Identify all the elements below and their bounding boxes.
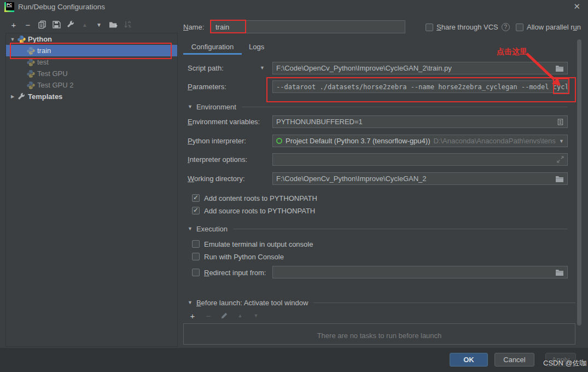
checkbox-label: Run with Python Console <box>204 253 284 261</box>
ok-button[interactable]: OK <box>450 353 488 367</box>
python-icon <box>26 47 35 55</box>
before-launch-toolbar: + − ▲ ▼ <box>188 311 260 320</box>
expanded-arrow-icon[interactable]: ▼ <box>9 37 16 42</box>
configurations-tree: ▼ Python train test Test GPU Test GPU 2 … <box>5 33 178 347</box>
task-up-icon[interactable]: ▲ <box>236 311 244 320</box>
remove-task-button[interactable]: − <box>204 311 213 320</box>
working-directory-label: Working directory: <box>188 175 245 183</box>
copy-configuration-icon[interactable] <box>38 20 46 29</box>
tree-group-templates[interactable]: ▶ Templates <box>6 91 177 102</box>
checkbox[interactable] <box>192 253 200 260</box>
execution-section-header[interactable]: ▼ Execution <box>188 225 568 233</box>
python-interpreter-select[interactable]: Project Default (Python 3.7 (tensorflow-… <box>272 135 568 147</box>
tree-item-label: test <box>37 58 49 66</box>
expand-options-icon[interactable] <box>557 156 564 163</box>
wrench-icon <box>17 92 26 101</box>
checkbox[interactable] <box>192 240 200 248</box>
window-title: Run/Debug Configurations <box>18 3 105 11</box>
edit-task-pencil-icon[interactable] <box>220 311 229 320</box>
section-expanded-icon[interactable]: ▼ <box>188 226 193 231</box>
sort-configurations-icon[interactable] <box>123 20 132 29</box>
tree-item-label: Python <box>28 35 52 43</box>
allow-parallel-label: Allow parallel run <box>527 23 581 31</box>
edit-templates-wrench-icon[interactable] <box>66 20 75 29</box>
tree-item-test-gpu[interactable]: Test GPU <box>6 68 177 79</box>
tree-group-python[interactable]: ▼ Python <box>6 33 177 45</box>
checkbox-label: Emulate terminal in output console <box>204 240 313 248</box>
add-configuration-button[interactable]: + <box>9 20 18 29</box>
checkbox-label: Add source roots to PYTHONPATH <box>204 207 315 215</box>
save-configuration-icon[interactable] <box>52 20 61 29</box>
parameters-input[interactable]: --dataroot ./datasets/horse2zebra --name… <box>272 80 568 93</box>
emulate-terminal-row[interactable]: Emulate terminal in output console <box>192 240 313 248</box>
move-down-icon[interactable]: ▼ <box>95 20 103 29</box>
tree-item-label: Test GPU <box>37 69 68 78</box>
name-label: Name: <box>183 23 204 31</box>
tab-configuration[interactable]: Configuration <box>183 43 242 51</box>
checkbox[interactable] <box>192 194 200 202</box>
tree-item-test[interactable]: test <box>6 56 177 68</box>
before-launch-section-header[interactable]: ▼ Before launch: Activate tool window <box>188 299 575 306</box>
vertical-scrollbar-thumb[interactable] <box>577 39 581 326</box>
tree-item-label: train <box>37 47 51 55</box>
redirect-input-file-input[interactable] <box>272 266 568 278</box>
browse-folder-icon[interactable] <box>555 269 564 276</box>
add-task-button[interactable]: + <box>188 311 197 320</box>
run-python-console-row[interactable]: Run with Python Console <box>192 252 284 261</box>
interpreter-options-label: Interpreter options: <box>188 155 247 164</box>
share-vcs-group: Share through VCS ? <box>426 23 510 31</box>
script-path-label: Script path: <box>188 64 224 72</box>
working-directory-input[interactable]: F:\Code\OpenCv_Python\Improve\CycleGAN_2 <box>272 172 568 185</box>
allow-parallel-checkbox[interactable] <box>516 24 523 31</box>
collapsed-arrow-icon[interactable]: ▶ <box>9 94 16 99</box>
share-vcs-label: Share through VCS <box>436 23 498 31</box>
allow-parallel-group: Allow parallel run <box>516 23 581 31</box>
section-expanded-icon[interactable]: ▼ <box>188 104 193 109</box>
section-title: Environment <box>196 103 236 111</box>
browse-folder-icon[interactable] <box>555 65 564 72</box>
section-expanded-icon[interactable]: ▼ <box>188 300 193 305</box>
close-icon[interactable]: ✕ <box>573 2 580 11</box>
tree-item-label: Templates <box>28 92 62 101</box>
section-title: Before launch: Activate tool window <box>196 299 308 307</box>
title-bar: PC Run/Debug Configurations ✕ <box>0 0 588 14</box>
interpreter-dropdown-icon[interactable]: ▼ <box>559 138 564 144</box>
vcs-help-icon[interactable]: ? <box>502 23 510 31</box>
share-vcs-checkbox[interactable] <box>426 24 433 31</box>
configurations-toolbar: + − ▲ ▼ <box>9 20 132 30</box>
remove-configuration-button[interactable]: − <box>24 20 32 29</box>
script-path-input[interactable]: F:\Code\OpenCv_Python\Improve\CycleGAN_2… <box>272 62 568 74</box>
new-folder-icon[interactable] <box>109 20 118 29</box>
conda-env-icon <box>276 138 282 144</box>
tree-item-test-gpu-2[interactable]: Test GPU 2 <box>6 79 177 91</box>
env-vars-list-icon[interactable] <box>557 118 564 126</box>
cancel-button[interactable]: Cancel <box>494 353 534 367</box>
tab-logs[interactable]: Logs <box>249 43 264 51</box>
add-source-roots-row[interactable]: Add source roots to PYTHONPATH <box>192 206 315 215</box>
pycharm-logo-icon: PC <box>4 2 14 12</box>
task-down-icon[interactable]: ▼ <box>252 311 260 320</box>
script-path-chevron-icon[interactable]: ▼ <box>260 65 265 71</box>
python-icon <box>26 58 35 67</box>
python-interpreter-label: Python interpreter: <box>188 137 246 145</box>
empty-tasks-message: There are no tasks to run before launch <box>184 332 575 340</box>
section-title: Execution <box>196 225 228 233</box>
csdn-watermark: CSDN @佐咖 <box>543 358 587 368</box>
move-up-icon[interactable]: ▲ <box>80 20 89 29</box>
annotation-click-here-text: 点击这里 <box>497 47 527 57</box>
checkbox-label: Add content roots to PYTHONPATH <box>204 194 317 202</box>
environment-section-header[interactable]: ▼ Environment <box>188 103 568 111</box>
before-launch-task-list[interactable]: There are no tasks to run before launch <box>183 323 575 345</box>
env-vars-input[interactable]: PYTHONUNBUFFERED=1 <box>272 115 568 128</box>
python-icon <box>17 35 26 44</box>
active-tab-underline <box>183 53 242 55</box>
parameters-label: Parameters: <box>188 83 226 91</box>
env-vars-label: Environment variables: <box>188 118 260 126</box>
tree-item-label: Test GPU 2 <box>37 81 73 89</box>
browse-folder-icon[interactable] <box>555 175 564 183</box>
checkbox[interactable] <box>192 207 200 214</box>
add-content-roots-row[interactable]: Add content roots to PYTHONPATH <box>192 194 317 202</box>
name-input[interactable]: train <box>211 20 405 33</box>
interpreter-options-input[interactable] <box>272 153 568 166</box>
tree-item-train[interactable]: train <box>6 45 177 56</box>
